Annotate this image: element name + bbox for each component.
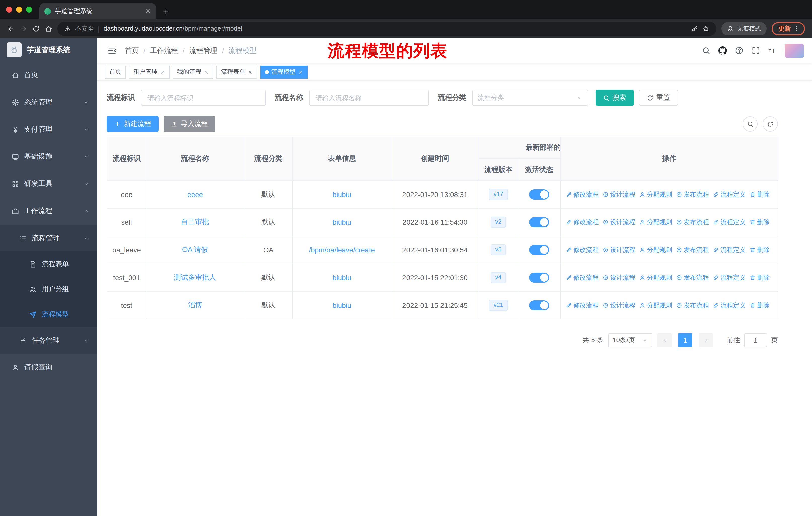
form-info-link[interactable]: biubiu: [332, 274, 351, 282]
publish-process-link[interactable]: 发布流程: [676, 273, 709, 282]
edit-process-link[interactable]: 修改流程: [566, 190, 599, 199]
design-process-link[interactable]: 设计流程: [603, 301, 635, 310]
browser-home-button[interactable]: [45, 25, 52, 32]
tag-my-process[interactable]: 我的流程: [173, 65, 213, 78]
active-toggle[interactable]: [529, 189, 549, 199]
refresh-table-button[interactable]: [763, 116, 778, 132]
form-info-link[interactable]: biubiu: [332, 218, 351, 226]
page-size-select[interactable]: 10条/页: [608, 333, 652, 347]
process-definition-link[interactable]: 流程定义: [713, 246, 746, 254]
assign-rule-link[interactable]: 分配规则: [639, 190, 672, 199]
delete-link[interactable]: 删除: [750, 301, 770, 310]
bookmark-star-icon[interactable]: [702, 25, 709, 32]
close-icon[interactable]: [160, 69, 165, 74]
publish-process-link[interactable]: 发布流程: [676, 246, 709, 254]
search-button[interactable]: 搜索: [596, 90, 634, 106]
edit-process-link[interactable]: 修改流程: [566, 218, 599, 226]
sidebar-item-process-model[interactable]: 流程模型: [0, 302, 97, 327]
form-info-link[interactable]: biubiu: [332, 301, 351, 309]
forward-button[interactable]: [20, 25, 27, 32]
edit-process-link[interactable]: 修改流程: [566, 301, 599, 310]
active-toggle[interactable]: [529, 300, 549, 310]
github-icon[interactable]: [718, 46, 727, 55]
process-name-link[interactable]: eeee: [187, 190, 203, 198]
sidebar-item-process-mgmt[interactable]: 流程管理: [0, 225, 97, 251]
goto-page-input[interactable]: [744, 333, 767, 347]
process-definition-link[interactable]: 流程定义: [713, 218, 746, 226]
design-process-link[interactable]: 设计流程: [603, 190, 635, 199]
reset-button[interactable]: 重置: [639, 90, 678, 106]
delete-link[interactable]: 删除: [750, 246, 770, 254]
delete-link[interactable]: 删除: [750, 218, 770, 226]
active-toggle[interactable]: [529, 273, 549, 283]
search-icon[interactable]: [702, 46, 710, 55]
process-category-select[interactable]: 流程分类: [472, 90, 588, 106]
current-page-button[interactable]: 1: [678, 333, 692, 347]
back-button[interactable]: [7, 25, 14, 32]
process-name-link[interactable]: OA 请假: [182, 245, 208, 253]
create-process-button[interactable]: 新建流程: [107, 116, 158, 132]
process-name-link[interactable]: 测试多审批人: [174, 273, 216, 281]
tag-process-model[interactable]: 流程模型: [260, 65, 308, 78]
close-icon[interactable]: [204, 69, 209, 74]
import-process-button[interactable]: 导入流程: [164, 116, 215, 132]
toggle-search-button[interactable]: [743, 116, 758, 132]
publish-process-link[interactable]: 发布流程: [676, 190, 709, 199]
edit-process-link[interactable]: 修改流程: [566, 246, 599, 254]
next-page-button[interactable]: [699, 333, 713, 347]
close-window-button[interactable]: [6, 6, 12, 12]
process-name-link[interactable]: 自己审批: [181, 218, 209, 226]
breadcrumb-item[interactable]: 工作流程: [150, 46, 178, 55]
assign-rule-link[interactable]: 分配规则: [639, 273, 672, 282]
design-process-link[interactable]: 设计流程: [603, 218, 635, 226]
design-process-link[interactable]: 设计流程: [603, 273, 635, 282]
process-id-input[interactable]: [141, 90, 266, 106]
process-name-link[interactable]: 滔博: [188, 301, 202, 309]
process-definition-link[interactable]: 流程定义: [713, 301, 746, 310]
delete-link[interactable]: 删除: [750, 273, 770, 282]
password-key-icon[interactable]: [691, 25, 698, 32]
tag-home[interactable]: 首页: [105, 65, 126, 78]
process-definition-link[interactable]: 流程定义: [713, 190, 746, 199]
sidebar-item-workflow[interactable]: 工作流程: [0, 197, 97, 225]
assign-rule-link[interactable]: 分配规则: [639, 301, 672, 310]
active-toggle[interactable]: [529, 245, 549, 255]
help-icon[interactable]: [735, 46, 744, 55]
sidebar-collapse-icon[interactable]: [107, 46, 117, 55]
process-name-input[interactable]: [309, 90, 429, 106]
new-tab-button[interactable]: [162, 8, 170, 16]
close-icon[interactable]: [248, 69, 253, 74]
fullscreen-icon[interactable]: [752, 46, 760, 55]
user-avatar[interactable]: [785, 44, 804, 58]
zoom-window-button[interactable]: [26, 6, 32, 12]
sidebar-item-devtools[interactable]: 研发工具: [0, 170, 97, 197]
breadcrumb-item[interactable]: 流程管理: [189, 46, 218, 55]
sidebar-item-infrastructure[interactable]: 基础设施: [0, 143, 97, 170]
breadcrumb-item[interactable]: 首页: [125, 46, 139, 55]
browser-update-button[interactable]: 更新: [772, 22, 805, 35]
process-definition-link[interactable]: 流程定义: [713, 273, 746, 282]
design-process-link[interactable]: 设计流程: [603, 246, 635, 254]
prev-page-button[interactable]: [658, 333, 671, 347]
reload-button[interactable]: [32, 25, 40, 32]
sidebar-item-process-form[interactable]: 流程表单: [0, 251, 97, 277]
minimize-window-button[interactable]: [16, 6, 22, 12]
edit-process-link[interactable]: 修改流程: [566, 273, 599, 282]
sidebar-item-leave-query[interactable]: 请假查询: [0, 354, 97, 381]
assign-rule-link[interactable]: 分配规则: [639, 218, 672, 226]
sidebar-item-task-mgmt[interactable]: 任务管理: [0, 327, 97, 354]
browser-menu-icon[interactable]: [793, 25, 801, 32]
publish-process-link[interactable]: 发布流程: [676, 218, 709, 226]
tag-tenant-mgmt[interactable]: 租户管理: [129, 65, 170, 78]
form-info-link[interactable]: biubiu: [332, 190, 351, 198]
delete-link[interactable]: 删除: [750, 190, 770, 199]
assign-rule-link[interactable]: 分配规则: [639, 246, 672, 254]
sidebar-item-user-group[interactable]: 用户分组: [0, 277, 97, 302]
active-toggle[interactable]: [529, 217, 549, 227]
font-size-icon[interactable]: [768, 46, 777, 55]
tab-close-icon[interactable]: [145, 8, 151, 14]
sidebar-item-system[interactable]: 系统管理: [0, 89, 97, 116]
sidebar-item-home[interactable]: 首页: [0, 61, 97, 89]
tag-process-form[interactable]: 流程表单: [216, 65, 257, 78]
form-info-link[interactable]: /bpm/oa/leave/create: [309, 246, 375, 254]
